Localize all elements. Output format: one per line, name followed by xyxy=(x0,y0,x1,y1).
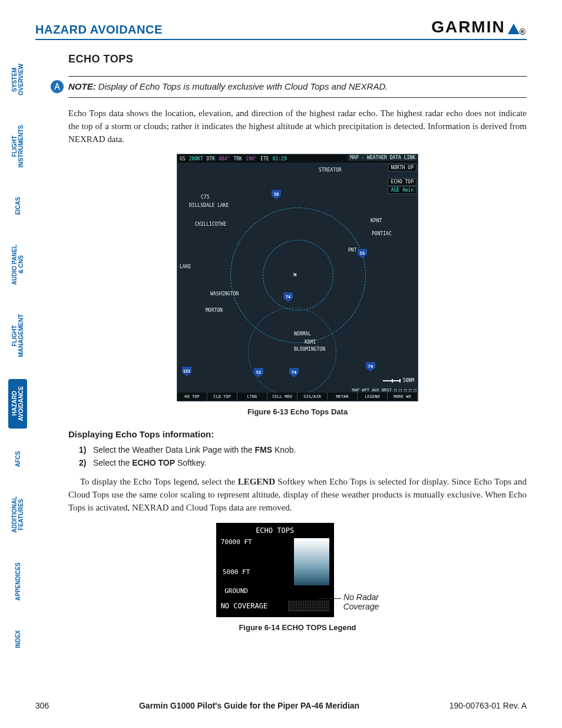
no-coverage-swatch xyxy=(288,601,329,611)
figure-echo-tops-legend: ECHO TOPS 70000 FT 5000 FT GROUND NO COV… xyxy=(68,523,527,632)
svg-marker-0 xyxy=(508,24,520,34)
map-scale: 50NM xyxy=(383,378,414,383)
layer-badge: ECHO TOP xyxy=(388,178,416,186)
city-normal: NORMAL xyxy=(294,331,311,337)
city-kbmi: KBMI xyxy=(305,340,316,345)
softkey-row: HO TOP CLD TOP LTNG CELL MOV SIG/AIR MET… xyxy=(177,393,418,401)
figure-echo-tops-data: GS200KT DTK084° TRK190° ETE01:29 MAP - W… xyxy=(68,154,527,416)
legend-mid: 5000 FT xyxy=(221,568,252,576)
city-morton: MORTON xyxy=(206,308,223,313)
city-lake: LAKE xyxy=(180,264,191,269)
page-footer: 306 Garmin G1000 Pilot's Guide for the P… xyxy=(35,701,527,710)
step-1: 1)Select the Weather Data Link Page with… xyxy=(79,445,527,454)
content: ECHO TOPS NOTE: Display of Echo Tops is … xyxy=(68,53,527,632)
north-up-badge: NORTH UP xyxy=(388,164,416,172)
city-pontiac: PONTIAC xyxy=(372,231,392,236)
section-title: HAZARD AVOIDANCE xyxy=(35,23,163,37)
garmin-delta-icon xyxy=(508,24,520,37)
range-ring-aux xyxy=(248,308,336,396)
city-streator: STREATOR xyxy=(319,167,342,173)
note-text: NOTE: Display of Echo Tops is mutually e… xyxy=(68,81,388,91)
step-2: 2)Select the ECHO TOP Softkey. xyxy=(79,458,527,467)
doc-revision: 190-00763-01 Rev. A xyxy=(449,701,527,710)
page-header: HAZARD AVOIDANCE GARMIN ® xyxy=(35,18,527,40)
procedure-steps: 1)Select the Weather Data Link Page with… xyxy=(79,445,527,467)
legend-gradient xyxy=(294,538,329,585)
sk-cld-top[interactable]: CLD TOP xyxy=(207,393,237,401)
topic-heading: ECHO TOPS xyxy=(68,53,527,65)
city-kpnt: KPNT xyxy=(371,218,382,223)
procedure-heading: Displaying Echo Tops information: xyxy=(68,429,527,439)
hwy-74b: 74 xyxy=(366,362,375,371)
city-dillsdale: DILLSDALE LAKE xyxy=(189,203,229,208)
legend-nocov: NO COVERAGE xyxy=(221,602,267,610)
page-number: 306 xyxy=(35,701,49,710)
legend-top: 70000 FT xyxy=(221,538,252,546)
tab-flight-management[interactable]: FLIGHT MANAGEMENT xyxy=(8,307,27,364)
map-title: MAP - WEATHER DATA LINK xyxy=(348,154,418,161)
figure-6-13-caption: Figure 6-13 Echo Tops Data xyxy=(68,407,527,416)
note-icon xyxy=(51,80,64,93)
sk-metar[interactable]: METAR xyxy=(328,393,358,401)
map-display: GS200KT DTK084° TRK190° ETE01:29 MAP - W… xyxy=(177,154,418,401)
tab-additional-features[interactable]: ADDITIONAL FEATURES xyxy=(8,489,27,540)
tab-audio-panel-cns[interactable]: AUDIO PANEL & CNS xyxy=(8,238,27,292)
tab-index[interactable]: INDEX xyxy=(8,623,27,655)
sk-ltng[interactable]: LTNG xyxy=(237,393,267,401)
no-radar-callout: No Radar Coverage xyxy=(343,592,379,611)
city-washington: WASHINGTON xyxy=(210,291,239,297)
sk-legend[interactable]: LEGEND xyxy=(358,393,388,401)
age-badge: AGE 4min xyxy=(388,186,416,194)
tab-hazard-avoidance[interactable]: HAZARD AVOIDANCE xyxy=(8,379,27,428)
map-aux-bar: MAP WPT AUX NRST □ □ □ □ □ xyxy=(352,388,416,393)
brand-text: GARMIN xyxy=(431,18,505,37)
tab-flight-instruments[interactable]: FLIGHT INSTRUMENTS xyxy=(8,118,27,174)
city-chillicothe: CHILLICOTHE xyxy=(195,222,226,227)
note-body: Display of Echo Tops is mutually exclusi… xyxy=(98,81,388,91)
legend-ground: GROUND xyxy=(221,587,252,595)
guide-title: Garmin G1000 Pilot's Guide for the Piper… xyxy=(139,701,359,710)
hwy-39: 39 xyxy=(272,190,281,199)
sk-more-wx[interactable]: MORE WX xyxy=(388,393,418,401)
legend-box: ECHO TOPS 70000 FT 5000 FT GROUND NO COV… xyxy=(216,523,334,617)
hwy-155: 155 xyxy=(182,367,191,376)
paragraph-1: Echo Tops data shows the location, eleva… xyxy=(68,107,527,146)
city-pnt: PNT xyxy=(348,248,356,253)
sk-sig-air[interactable]: SIG/AIR xyxy=(297,393,328,401)
paragraph-2: To display the Echo Tops legend, select … xyxy=(68,476,527,514)
sk-cell-mov[interactable]: CELL MOV xyxy=(267,393,297,401)
city-c75: C75 xyxy=(201,195,209,200)
tab-system-overview[interactable]: SYSTEM OVERVIEW xyxy=(8,57,27,103)
legend-title: ECHO TOPS xyxy=(221,526,329,535)
tab-eicas[interactable]: EICAS xyxy=(8,190,27,222)
tab-appendices[interactable]: APPENDICES xyxy=(8,555,27,608)
side-tabs: SYSTEM OVERVIEW FLIGHT INSTRUMENTS EICAS… xyxy=(8,57,27,655)
city-bloomington: BLOOMINGTON xyxy=(294,347,325,352)
brand-logo: GARMIN ® xyxy=(431,18,527,37)
sk-echo-top[interactable]: HO TOP xyxy=(177,393,207,401)
figure-6-14-caption: Figure 6-14 ECHO TOPS Legend xyxy=(68,623,527,632)
tab-afcs[interactable]: AFCS xyxy=(8,444,27,474)
note-label: NOTE: xyxy=(68,81,96,91)
note-block: NOTE: Display of Echo Tops is mutually e… xyxy=(68,76,527,98)
